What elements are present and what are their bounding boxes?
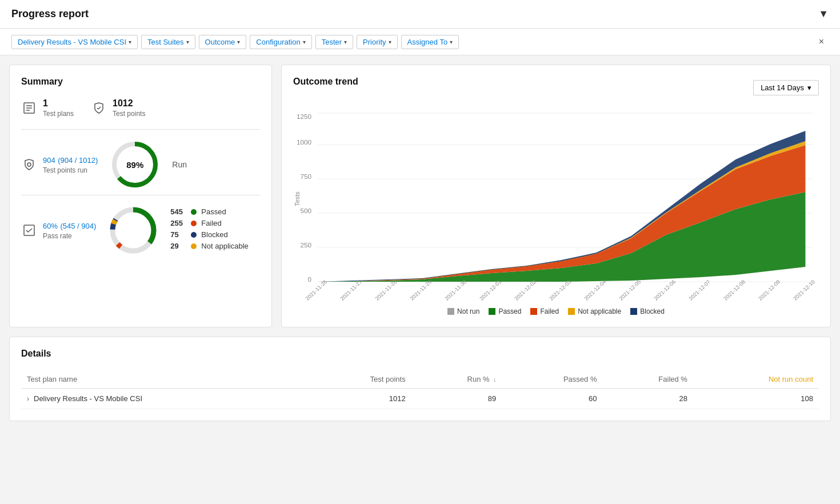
svg-text:Tests: Tests — [293, 191, 300, 206]
passed-dot — [191, 209, 197, 215]
filter-assigned-to[interactable]: Assigned To ▾ — [401, 35, 459, 49]
col-test-points: Test points — [306, 370, 411, 389]
svg-text:2021-12-01: 2021-12-01 — [478, 279, 502, 301]
test-points-cell: 1012 — [306, 389, 411, 409]
passed-square — [489, 308, 495, 315]
test-points-run-info: 904 (904 / 1012) Test points run — [43, 155, 98, 174]
chevron-down-icon: ▾ — [389, 39, 391, 45]
table-header-row: Test plan name Test points Run % ↓ Passe… — [21, 370, 819, 389]
test-points-item: 1012 Test points — [91, 98, 145, 118]
run-donut: 89% — [109, 139, 161, 190]
filter-test-suites-label: Test Suites — [147, 38, 184, 46]
pass-rate-donut — [107, 205, 159, 256]
legend-not-applicable: 29 Not applicable — [170, 242, 248, 250]
sort-icon: ↓ — [493, 377, 496, 383]
table-row: › Delivery Results - VS Mobile CSI 1012 … — [21, 389, 819, 409]
summary-title: Summary — [21, 77, 260, 87]
svg-text:2021-12-04: 2021-12-04 — [583, 279, 607, 301]
not-applicable-label: Not applicable — [201, 242, 248, 250]
filter-test-suites[interactable]: Test Suites ▾ — [141, 35, 195, 49]
test-points-info: 1012 Test points — [113, 98, 145, 118]
run-pct-cell: 89 — [411, 389, 502, 409]
summary-panel: Summary 1 Test plans — [9, 65, 272, 327]
pass-row: 60% (545 / 904) Pass rate — [21, 205, 260, 256]
svg-text:2021-12-05: 2021-12-05 — [618, 279, 642, 301]
row-expand: › Delivery Results - VS Mobile CSI — [27, 394, 300, 403]
outcome-title: Outcome trend — [293, 77, 358, 87]
svg-text:2021-12-07: 2021-12-07 — [687, 279, 711, 301]
filter-icon[interactable]: ▼ — [818, 8, 829, 20]
divider-1 — [21, 129, 260, 130]
details-table: Test plan name Test points Run % ↓ Passe… — [21, 370, 819, 409]
page-title: Progress report — [11, 8, 89, 20]
test-plans-value: 1 — [43, 98, 74, 109]
chevron-down-icon: ▾ — [450, 39, 453, 45]
test-points-run-item: 904 (904 / 1012) Test points run — [21, 155, 98, 174]
filter-configuration[interactable]: Configuration ▾ — [250, 35, 311, 49]
top-bar: Progress report ▼ — [0, 0, 840, 29]
filter-outcome[interactable]: Outcome ▾ — [199, 35, 247, 49]
svg-text:2021-11-28: 2021-11-28 — [374, 279, 398, 301]
svg-text:500: 500 — [300, 207, 311, 214]
legend-blocked-chart: Blocked — [630, 307, 665, 315]
svg-text:2021-11-29: 2021-11-29 — [409, 279, 433, 301]
test-points-run-value: 904 (904 / 1012) — [43, 155, 98, 165]
not-run-count-cell: 108 — [693, 389, 819, 409]
test-points-label: Test points — [113, 110, 145, 118]
svg-text:2021-12-03: 2021-12-03 — [548, 279, 572, 301]
not-applicable-square — [568, 308, 575, 315]
svg-text:0: 0 — [308, 276, 312, 283]
legend-failed-chart: Failed — [530, 307, 559, 315]
legend-not-run: Not run — [447, 307, 479, 315]
col-not-run-count: Not run count — [693, 370, 819, 389]
top-panels: Summary 1 Test plans — [9, 65, 831, 327]
test-plans-icon — [21, 100, 37, 116]
svg-text:2021-11-27: 2021-11-27 — [339, 279, 363, 301]
chart-legend: Not run Passed Failed Not applicable Blo… — [293, 307, 819, 315]
expand-icon[interactable]: › — [27, 395, 29, 403]
pass-rate-legend: 545 Passed 255 Failed 75 Blocked — [170, 207, 248, 253]
pass-rate-icon — [21, 222, 37, 238]
outcome-panel: Outcome trend Last 14 Days ▾ 0 250 500 7… — [281, 65, 831, 327]
filter-bar: Delivery Results - VS Mobile CSI ▾ Test … — [0, 29, 840, 55]
legend-passed: 545 Passed — [170, 207, 248, 216]
pass-rate-label: Pass rate — [43, 232, 96, 240]
chevron-down-icon: ▾ — [237, 39, 240, 45]
filter-priority[interactable]: Priority ▾ — [357, 35, 397, 49]
test-points-run-icon — [21, 157, 37, 173]
not-applicable-dot — [191, 243, 197, 249]
filter-tester-label: Tester — [322, 38, 342, 46]
passed-legend-label: Passed — [498, 307, 521, 315]
pass-rate-value: 60% (545 / 904) — [43, 221, 96, 231]
svg-text:1250: 1250 — [297, 113, 311, 120]
test-points-value: 1012 — [113, 98, 145, 109]
passed-pct-cell: 60 — [502, 389, 602, 409]
filter-tester[interactable]: Tester ▾ — [315, 35, 353, 49]
col-failed-pct: Failed % — [603, 370, 693, 389]
chevron-down-icon: ▾ — [129, 39, 131, 45]
blocked-label: Blocked — [201, 230, 227, 239]
failed-label: Failed — [201, 219, 221, 227]
col-passed-pct: Passed % — [502, 370, 602, 389]
legend-failed: 255 Failed — [170, 219, 248, 227]
svg-text:750: 750 — [300, 173, 311, 180]
filter-assigned-to-label: Assigned To — [407, 38, 448, 46]
plan-name-cell: › Delivery Results - VS Mobile CSI — [21, 389, 306, 409]
svg-point-6 — [27, 163, 31, 166]
summary-top-row: 1 Test plans 1012 Test points — [21, 98, 260, 118]
filter-outcome-label: Outcome — [205, 38, 235, 46]
date-range-button[interactable]: Last 14 Days ▾ — [753, 80, 819, 95]
svg-text:2021-12-02: 2021-12-02 — [513, 279, 537, 301]
blocked-legend-label: Blocked — [640, 307, 665, 315]
pass-rate-info: 60% (545 / 904) Pass rate — [43, 221, 96, 240]
col-run-pct[interactable]: Run % ↓ — [411, 370, 502, 389]
run-percent-label: 89% — [126, 160, 143, 170]
chevron-down-icon: ▾ — [303, 39, 306, 45]
outcome-header: Outcome trend Last 14 Days ▾ — [293, 77, 819, 98]
svg-text:2021-12-10: 2021-12-10 — [792, 279, 816, 301]
date-range-label: Last 14 Days — [761, 83, 804, 92]
filter-delivery-label: Delivery Results - VS Mobile CSI — [18, 38, 126, 46]
pass-rate-item: 60% (545 / 904) Pass rate — [21, 221, 96, 240]
filter-close-button[interactable]: × — [814, 34, 829, 49]
filter-delivery[interactable]: Delivery Results - VS Mobile CSI ▾ — [11, 35, 138, 49]
